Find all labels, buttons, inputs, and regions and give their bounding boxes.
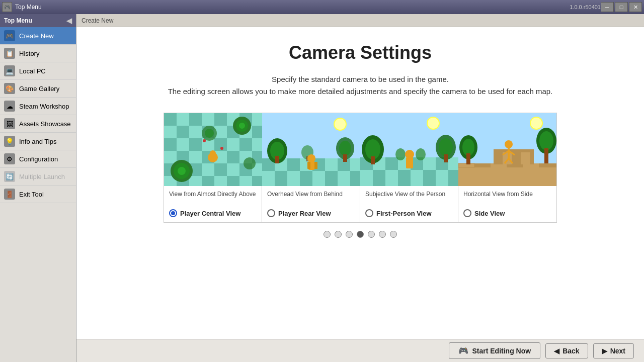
- minimize-button[interactable]: ─: [601, 2, 614, 12]
- app-icon: 🎮: [2, 2, 12, 12]
- sidebar-item-label: Steam Workshop: [19, 103, 69, 110]
- camera-option-side-view[interactable]: Horizontal View from Side Side View: [458, 113, 556, 222]
- svg-rect-68: [373, 170, 385, 186]
- svg-rect-25: [252, 176, 262, 186]
- title-bar: 🎮 Top Menu 1.0.0.r50401 ─ □ ✕: [0, 0, 644, 14]
- back-button[interactable]: ◀ Back: [545, 343, 588, 358]
- sidebar-title: Top Menu: [4, 17, 32, 24]
- camera-radio-player-rear[interactable]: Player Rear View: [262, 206, 360, 222]
- svg-rect-61: [314, 162, 317, 169]
- svg-rect-6: [177, 126, 189, 138]
- start-editing-icon: 🎮: [458, 346, 468, 355]
- pagination-dot-1[interactable]: [324, 231, 331, 238]
- sidebar-item-create-new[interactable]: 🎮 Create New: [0, 27, 76, 45]
- svg-rect-45: [275, 171, 287, 186]
- game-gallery-icon: 🎨: [4, 83, 15, 94]
- svg-point-104: [505, 140, 513, 148]
- sidebar-item-multiple-launch: 🔄 Multiple Launch: [0, 168, 76, 186]
- close-button[interactable]: ✕: [629, 2, 642, 12]
- assets-showcase-icon: 🖼: [4, 118, 15, 129]
- camera-image-player-rear: [262, 113, 360, 186]
- multiple-launch-icon: 🔄: [4, 171, 15, 182]
- svg-point-38: [220, 147, 223, 150]
- pagination-dot-3[interactable]: [346, 231, 353, 238]
- pagination-dot-6[interactable]: [379, 231, 386, 238]
- camera-image-side-view: [458, 113, 556, 186]
- camera-option-player-central[interactable]: View from Almost Directly Above Player C…: [164, 113, 262, 222]
- pagination-dot-2[interactable]: [335, 231, 342, 238]
- sidebar-item-info-and-tips[interactable]: 💡 Info and Tips: [0, 133, 76, 150]
- app-container: Top Menu ◀ 🎮 Create New 📋 History 💻 Loca…: [0, 14, 644, 362]
- svg-rect-96: [530, 152, 534, 164]
- svg-rect-93: [494, 149, 534, 152]
- sidebar-header: Top Menu ◀: [0, 14, 76, 27]
- svg-point-54: [339, 141, 351, 156]
- svg-point-72: [427, 117, 439, 129]
- sidebar-item-label: Assets Showcase: [19, 120, 71, 128]
- svg-rect-2: [164, 113, 177, 126]
- camera-image-first-person: [360, 113, 458, 186]
- sidebar-item-label: Create New: [19, 32, 54, 40]
- sidebar-item-history[interactable]: 📋 History: [0, 45, 76, 62]
- svg-point-102: [539, 131, 553, 150]
- sidebar-item-label: Configuration: [19, 155, 58, 163]
- sidebar-item-local-pc[interactable]: 💻 Local PC: [0, 62, 76, 80]
- maximize-button[interactable]: □: [615, 2, 628, 12]
- sidebar-collapse-button[interactable]: ◀: [66, 17, 72, 25]
- page-title: Camera Settings: [97, 42, 624, 63]
- camera-label-first-person: Subjective View of the Person: [360, 186, 458, 206]
- configuration-icon: ⚙: [4, 153, 15, 164]
- svg-rect-9: [252, 126, 262, 138]
- svg-point-34: [244, 157, 256, 169]
- svg-rect-4: [214, 113, 227, 126]
- camera-radio-side-view[interactable]: Side View: [458, 206, 556, 222]
- main-inner: Camera Settings Specify the standard cam…: [76, 27, 644, 339]
- main-content: Create New Camera Settings Specify the s…: [76, 14, 644, 362]
- svg-point-49: [334, 118, 346, 130]
- radio-first-person: [365, 209, 373, 217]
- camera-option-player-rear[interactable]: Overhead View from Behind Player Rear Vi…: [262, 113, 360, 222]
- svg-rect-100: [466, 153, 470, 164]
- sidebar-item-label: History: [19, 50, 39, 57]
- sidebar-item-label: Game Gallery: [19, 85, 59, 93]
- radio-player-rear: [267, 209, 275, 217]
- svg-rect-20: [214, 163, 227, 176]
- camera-options-grid: View from Almost Directly Above Player C…: [164, 113, 557, 223]
- svg-rect-13: [239, 138, 252, 151]
- next-icon: ▶: [602, 347, 607, 355]
- pagination-dot-5[interactable]: [368, 231, 375, 238]
- svg-rect-75: [371, 156, 375, 164]
- sidebar-item-label: Info and Tips: [19, 138, 56, 145]
- info-and-tips-icon: 💡: [4, 136, 15, 147]
- svg-rect-46: [300, 171, 312, 186]
- radio-selected-player-central: [169, 209, 177, 217]
- pagination-dot-4[interactable]: [357, 231, 364, 238]
- sidebar-item-label: Local PC: [19, 67, 46, 75]
- sidebar-item-configuration[interactable]: ⚙ Configuration: [0, 150, 76, 168]
- steam-workshop-icon: ☁: [4, 101, 15, 112]
- svg-rect-69: [398, 170, 411, 186]
- app-version: 1.0.0.r50401: [570, 4, 601, 10]
- svg-rect-82: [406, 157, 413, 168]
- svg-point-36: [210, 150, 216, 156]
- camera-radio-player-central[interactable]: Player Central View: [164, 206, 262, 222]
- pagination-dot-7[interactable]: [390, 231, 397, 238]
- svg-rect-87: [474, 163, 491, 167]
- next-button[interactable]: ▶ Next: [593, 343, 634, 358]
- sidebar-item-exit-tool[interactable]: 🚪 Exit Tool: [0, 186, 76, 203]
- svg-point-99: [462, 139, 474, 156]
- radio-side-view: [463, 209, 471, 217]
- svg-point-37: [203, 139, 206, 142]
- svg-point-33: [205, 129, 214, 138]
- start-editing-button[interactable]: 🎮 Start Editing Now: [449, 342, 541, 359]
- svg-rect-48: [350, 171, 360, 186]
- sidebar-item-steam-workshop[interactable]: ☁ Steam Workshop: [0, 98, 76, 115]
- camera-radio-first-person[interactable]: First-Person View: [360, 206, 458, 222]
- sidebar-item-assets-showcase[interactable]: 🖼 Assets Showcase: [0, 115, 76, 133]
- window-controls: ─ □ ✕: [601, 2, 642, 12]
- svg-rect-3: [189, 113, 202, 126]
- sidebar-item-game-gallery[interactable]: 🎨 Game Gallery: [0, 80, 76, 98]
- svg-point-31: [239, 123, 245, 129]
- camera-option-first-person[interactable]: Subjective View of the Person First-Pers…: [360, 113, 458, 222]
- sidebar: Top Menu ◀ 🎮 Create New 📋 History 💻 Loca…: [0, 14, 76, 362]
